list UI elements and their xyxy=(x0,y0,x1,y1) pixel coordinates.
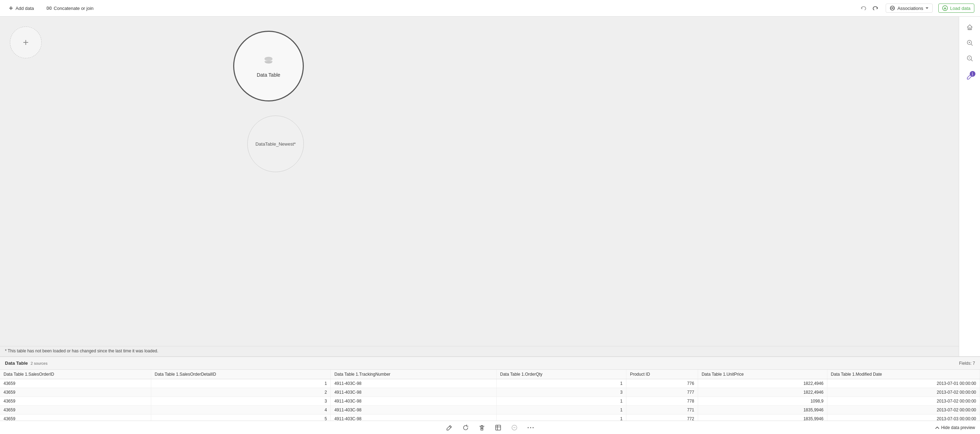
preview-fields-count: Fields: 7 xyxy=(959,361,975,366)
table-cell: 3 xyxy=(151,397,331,406)
data-table-node-secondary[interactable]: DataTable_Newest* xyxy=(247,116,304,172)
add-data-circle[interactable]: + xyxy=(10,27,42,58)
table-header-row: Data Table 1.SalesOrderIDData Table 1.Sa… xyxy=(0,370,980,379)
trash-icon xyxy=(479,424,485,431)
table-row: 4365914911-403C-9817761822,49462013-07-0… xyxy=(0,379,980,388)
table-cell: 2013-07-02 00:00:00 xyxy=(827,406,980,415)
table-header-cell: Data Table 1.SalesOrderDetailID xyxy=(151,370,331,379)
table-cell: 43659 xyxy=(0,388,151,397)
svg-point-29 xyxy=(530,427,531,428)
table-cell: 4911-403C-98 xyxy=(331,388,496,397)
table-header-cell: Product ID xyxy=(626,370,698,379)
concat-join-button[interactable]: Concatenate or join xyxy=(44,4,97,12)
chevron-down-icon xyxy=(925,7,929,9)
svg-rect-23 xyxy=(496,425,501,430)
undo-button[interactable] xyxy=(859,3,869,13)
zoom-in-button[interactable] xyxy=(963,37,976,49)
svg-rect-11 xyxy=(969,28,970,30)
svg-point-30 xyxy=(533,427,534,428)
table-cell: 4911-403C-98 xyxy=(331,397,496,406)
edit-icon xyxy=(446,424,453,431)
toolbar-right: Associations Load data xyxy=(859,3,974,13)
preview-header: Data Table 2 sources Fields: 7 xyxy=(0,357,980,370)
load-data-label: Load data xyxy=(950,6,970,11)
pivot-icon xyxy=(495,424,501,431)
svg-line-15 xyxy=(971,44,972,46)
filter-button[interactable] xyxy=(509,422,520,433)
svg-rect-3 xyxy=(50,7,51,10)
table-cell: 2 xyxy=(151,388,331,397)
load-data-icon xyxy=(942,5,948,11)
edit-row-button[interactable] xyxy=(444,422,455,433)
refresh-button[interactable] xyxy=(460,422,471,433)
table-header-cell: Data Table 1.TrackingNumber xyxy=(331,370,496,379)
associations-label: Associations xyxy=(897,6,923,11)
refresh-icon xyxy=(463,424,469,431)
data-preview-panel: Data Table 2 sources Fields: 7 Data Tabl… xyxy=(0,356,980,434)
table-cell: 1 xyxy=(496,406,626,415)
add-icon xyxy=(8,6,13,11)
hide-preview-button[interactable]: Hide data preview xyxy=(935,425,975,430)
canvas-area: + Data Table DataTable_Newest* xyxy=(0,17,959,356)
table-cell: 1835,9946 xyxy=(698,406,827,415)
data-table-label: Data Table xyxy=(257,72,280,78)
table-cell: 2013-07-02 00:00:00 xyxy=(827,397,980,406)
table-cell: 4 xyxy=(151,406,331,415)
toolbar-left: Add data Concatenate or join xyxy=(6,4,97,12)
table-row: 4365944911-403C-9817711835,99462013-07-0… xyxy=(0,406,980,415)
add-data-button[interactable]: Add data xyxy=(6,4,37,12)
bottom-toolbar: Hide data preview xyxy=(0,421,980,434)
undo-redo-group xyxy=(859,3,880,13)
svg-point-28 xyxy=(528,427,529,428)
plus-icon: + xyxy=(23,37,29,48)
database-icon xyxy=(262,55,275,67)
concat-join-label: Concatenate or join xyxy=(54,6,94,11)
table-cell: 43659 xyxy=(0,397,151,406)
table-cell: 4911-403C-98 xyxy=(331,406,496,415)
side-panel: 1 xyxy=(959,17,980,356)
table-cell: 778 xyxy=(626,397,698,406)
svg-line-20 xyxy=(449,426,451,428)
badge-count: 1 xyxy=(970,71,975,77)
table-header-cell: Data Table 1.OrderQty xyxy=(496,370,626,379)
table-row: 4365934911-403C-9817781098,92013-07-02 0… xyxy=(0,397,980,406)
table-cell: 1 xyxy=(496,397,626,406)
zoom-in-icon xyxy=(966,39,973,46)
data-table-node-main[interactable]: Data Table xyxy=(233,31,304,101)
preview-title-group: Data Table 2 sources xyxy=(5,361,47,366)
more-button[interactable] xyxy=(525,422,536,433)
table-cell: 771 xyxy=(626,406,698,415)
footer-note: * This table has not been loaded or has … xyxy=(0,346,959,356)
zoom-out-button[interactable] xyxy=(963,52,976,65)
table-header-cell: Data Table 1.SalesOrderID xyxy=(0,370,151,379)
redo-button[interactable] xyxy=(870,3,880,13)
svg-rect-2 xyxy=(47,7,48,10)
hide-preview-label: Hide data preview xyxy=(941,425,975,430)
table-cell: 1098,9 xyxy=(698,397,827,406)
hide-icon xyxy=(935,425,940,430)
table-row: 4365924911-403C-9837771822,49462013-07-0… xyxy=(0,388,980,397)
table-cell: 1 xyxy=(496,379,626,388)
table-cell: 3 xyxy=(496,388,626,397)
preview-sources: 2 sources xyxy=(31,361,48,365)
table-cell: 1822,4946 xyxy=(698,388,827,397)
filter-icon xyxy=(511,424,517,431)
load-data-button[interactable]: Load data xyxy=(938,3,974,13)
home-button[interactable] xyxy=(963,21,976,34)
table-node-icon xyxy=(262,55,275,70)
svg-point-7 xyxy=(893,7,894,9)
table-cell: 776 xyxy=(626,379,698,388)
redo-icon xyxy=(872,5,878,11)
table-cell: 43659 xyxy=(0,379,151,388)
associations-button[interactable]: Associations xyxy=(886,3,933,13)
add-data-label: Add data xyxy=(16,6,34,11)
edit-pen-button[interactable]: 1 xyxy=(963,70,976,83)
home-icon xyxy=(966,24,973,31)
more-icon xyxy=(527,427,534,429)
delete-button[interactable] xyxy=(477,422,487,433)
table-cell: 2013-07-01 00:00:00 xyxy=(827,379,980,388)
table-cell: 1 xyxy=(151,379,331,388)
table-cell: 777 xyxy=(626,388,698,397)
pivot-button[interactable] xyxy=(493,422,503,433)
undo-icon xyxy=(861,5,867,11)
